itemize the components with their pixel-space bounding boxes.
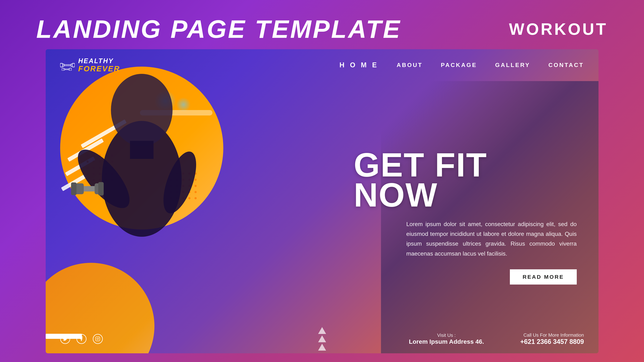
svg-rect-20 bbox=[98, 182, 104, 195]
svg-rect-13 bbox=[130, 141, 154, 159]
call-label: Call Us For More Information bbox=[520, 332, 584, 338]
svg-rect-0 bbox=[60, 63, 63, 67]
nav-gallery[interactable]: GALLERY bbox=[495, 62, 530, 68]
nav-home[interactable]: H O M E bbox=[340, 61, 379, 69]
svg-rect-5 bbox=[62, 68, 64, 71]
svg-rect-9 bbox=[70, 68, 72, 71]
logo-area: HEALTHY FOREVER bbox=[60, 57, 136, 73]
nav-links: H O M E ABOUT PACKAGE GALLERY CONTACT bbox=[340, 61, 584, 69]
page-subtitle: WORKOUT bbox=[509, 20, 608, 38]
logo-text: HEALTHY FOREVER bbox=[78, 57, 120, 73]
svg-point-22 bbox=[97, 338, 98, 340]
phone-text: +621 2366 3457 8809 bbox=[520, 338, 584, 346]
address-text: Lorem Ipsum Address 46. bbox=[409, 338, 484, 345]
logo-healthy: HEALTHY bbox=[78, 57, 120, 65]
address-area: Visit Us : Lorem Ipsum Address 46. bbox=[409, 333, 484, 345]
hero-headline: GET FIT NOW bbox=[354, 150, 577, 210]
social-icons bbox=[60, 334, 103, 344]
logo-forever: FOREVER bbox=[78, 65, 120, 73]
landing-card: HEALTHY FOREVER H O M E ABOUT PACKAGE GA… bbox=[46, 49, 598, 353]
instagram-icon[interactable] bbox=[93, 334, 103, 344]
nav-about[interactable]: ABOUT bbox=[396, 62, 423, 68]
call-area: Call Us For More Information +621 2366 3… bbox=[520, 332, 584, 346]
svg-rect-19 bbox=[71, 182, 76, 195]
svg-rect-7 bbox=[65, 69, 68, 70]
svg-rect-4 bbox=[72, 63, 75, 67]
triangle-group bbox=[318, 327, 326, 351]
outer-title-area: LANDING PAGE TEMPLATE WORKOUT bbox=[0, 7, 644, 49]
triangle-3 bbox=[318, 344, 326, 351]
nav-package[interactable]: PACKAGE bbox=[441, 62, 477, 68]
facebook-icon[interactable] bbox=[76, 334, 86, 344]
hero-description: Lorem ipsum dolor sit amet, consectetur … bbox=[406, 219, 577, 259]
read-more-button[interactable]: READ MORE bbox=[510, 269, 576, 285]
nav-contact[interactable]: CONTACT bbox=[548, 62, 584, 68]
dumbbell-icon bbox=[60, 60, 75, 71]
twitter-icon[interactable] bbox=[60, 334, 70, 344]
hero-text: GET FIT NOW Lorem ipsum dolor sit amet, … bbox=[343, 81, 588, 353]
page-main-title: LANDING PAGE TEMPLATE bbox=[36, 14, 401, 44]
navbar: HEALTHY FOREVER H O M E ABOUT PACKAGE GA… bbox=[46, 49, 598, 81]
triangle-2 bbox=[318, 335, 326, 342]
svg-point-12 bbox=[111, 74, 172, 146]
svg-rect-21 bbox=[96, 337, 100, 341]
visit-label: Visit Us : bbox=[409, 333, 484, 338]
athlete-figure bbox=[64, 70, 220, 244]
hero-section: GET FIT NOW Lorem ipsum dolor sit amet, … bbox=[46, 81, 598, 353]
triangle-1 bbox=[318, 327, 326, 334]
svg-point-23 bbox=[98, 337, 99, 338]
footer-bar: Visit Us : Lorem Ipsum Address 46. Call … bbox=[46, 324, 598, 353]
svg-rect-2 bbox=[64, 65, 71, 66]
